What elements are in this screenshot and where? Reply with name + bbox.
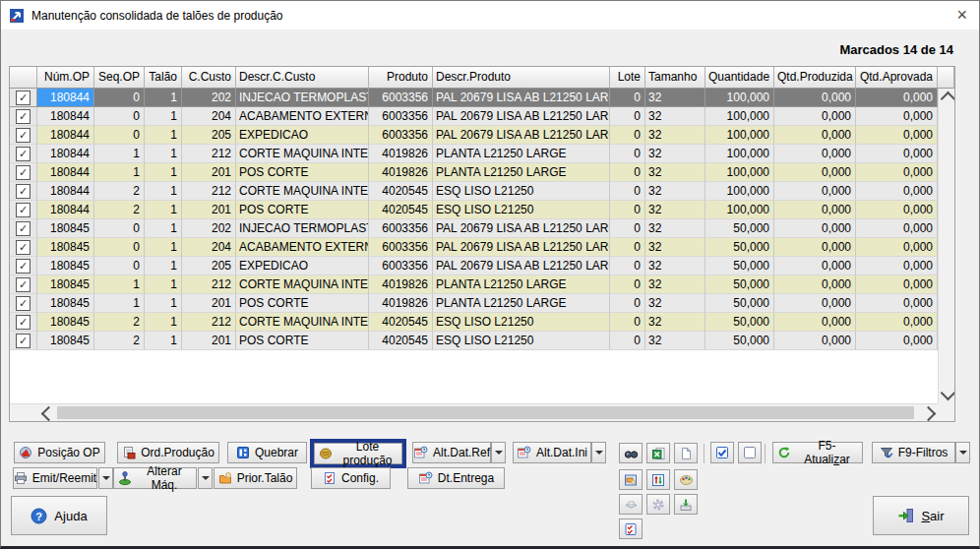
checklist-button[interactable] — [619, 518, 643, 539]
table-row[interactable]: ✓18084401202INJECAO TERMOPLASTICA6003356… — [10, 89, 954, 107]
table-row[interactable]: ✓18084511212CORTE MAQUINA INTERNA4019826… — [10, 275, 954, 294]
row-checkbox[interactable]: ✓ — [16, 296, 31, 311]
prior-talao-button[interactable]: Prior.Talão — [214, 467, 297, 489]
row-checkbox[interactable]: ✓ — [16, 109, 31, 124]
row-checkbox[interactable]: ✓ — [16, 221, 31, 236]
table-row[interactable]: ✓18084401205EXPEDICAO6003356PAL 20679 LI… — [10, 126, 954, 145]
row-checkbox[interactable]: ✓ — [16, 128, 31, 143]
folder-edit-button[interactable] — [619, 469, 643, 490]
alt-dat-ref-dropdown[interactable] — [491, 442, 506, 463]
production-order-icon — [122, 446, 136, 459]
table-row[interactable]: ✓18084501205EXPEDICAO6003356PAL 20679 LI… — [10, 257, 954, 275]
cell-c_custo: 212 — [182, 145, 236, 163]
scroll-left-icon[interactable] — [41, 406, 57, 422]
cell-num_op: 180845 — [37, 219, 94, 238]
emit-reemit-button[interactable]: Emit/Reemit — [13, 467, 97, 489]
row-checkbox[interactable]: ✓ — [16, 184, 31, 199]
cell-qtd_produzida: 0,000 — [774, 294, 856, 313]
alterar-maq-button[interactable]: Alterar Máq. — [113, 467, 197, 489]
alt-dat-ini-dropdown[interactable] — [591, 442, 606, 463]
export-excel-button[interactable] — [646, 443, 670, 463]
cell-talao: 1 — [145, 145, 182, 163]
column-header-c_custo[interactable]: C.Custo — [182, 67, 236, 89]
archive-import-button[interactable] — [674, 494, 698, 515]
cell-tamanho: 32 — [645, 107, 705, 126]
column-header-qtd_produzida[interactable]: Qtd.Produzida — [774, 67, 856, 89]
column-header-lote[interactable]: Lote — [610, 67, 645, 89]
row-checkbox[interactable]: ✓ — [16, 334, 31, 348]
row-checkbox[interactable]: ✓ — [16, 203, 31, 217]
ord-producao-button[interactable]: Ord.Produção — [117, 442, 219, 463]
row-checkbox[interactable]: ✓ — [16, 147, 31, 161]
cell-qtd_aprovada: 0,000 — [856, 163, 938, 182]
table-row[interactable]: ✓18084501204ACABAMENTO EXTERNO6003356PAL… — [10, 238, 954, 257]
scroll-down-icon[interactable] — [941, 386, 955, 401]
config-button[interactable]: Config. — [311, 467, 391, 489]
scroll-up-icon[interactable] — [941, 92, 955, 107]
f9-filtros-dropdown[interactable] — [955, 442, 970, 463]
column-header-produto[interactable]: Produto — [369, 67, 433, 89]
posicao-op-button[interactable]: Posição OP — [14, 442, 105, 463]
row-checkbox[interactable]: ✓ — [16, 240, 31, 255]
f9-filtros-button[interactable]: F9-Filtros — [872, 442, 955, 463]
table-row[interactable]: ✓18084511201POS CORTE4019826PLANTA L2125… — [10, 294, 954, 313]
sair-button[interactable]: Sair — [873, 496, 969, 535]
cell-num_op: 180844 — [37, 182, 94, 201]
sort-columns-button[interactable] — [646, 469, 670, 490]
dt-entrega-button[interactable]: Dt.Entrega — [407, 467, 505, 489]
table-row[interactable]: ✓18084521212CORTE MAQUINA INTERNA4020545… — [10, 313, 954, 332]
column-header-marcado[interactable] — [10, 67, 37, 89]
send-box-button[interactable] — [619, 494, 643, 515]
alterar-maq-dropdown[interactable] — [198, 467, 213, 489]
horizontal-scrollbar[interactable] — [10, 403, 938, 421]
column-header-qtd_aprovada[interactable]: Qtd.Aprovada — [856, 67, 938, 89]
settings-gear-button[interactable] — [646, 494, 670, 515]
cell-c_custo: 201 — [182, 332, 236, 350]
table-row[interactable]: ✓18084401204ACABAMENTO EXTERNO6003356PAL… — [10, 107, 954, 126]
filter-funnel-icon — [880, 446, 893, 459]
column-header-talao[interactable]: Talão — [145, 67, 182, 89]
row-checkbox[interactable]: ✓ — [16, 315, 31, 330]
ajuda-button[interactable]: ? Ajuda — [11, 496, 107, 535]
alt-dat-ref-button[interactable]: Alt.Dat.Ref — [412, 442, 491, 463]
new-document-button[interactable] — [674, 443, 698, 463]
cell-descr_c_custo: INJECAO TERMOPLASTICA — [236, 219, 369, 238]
table-row[interactable]: ✓18084411201POS CORTE4019826PLANTA L2125… — [10, 163, 954, 182]
row-check-cell: ✓ — [10, 201, 37, 219]
column-header-quantidade[interactable]: Quantidade — [705, 67, 774, 89]
uncheck-all-button[interactable] — [738, 442, 762, 463]
cell-num_op: 180844 — [37, 201, 94, 219]
emit-reemit-dropdown[interactable] — [98, 467, 113, 489]
table-row[interactable]: ✓18084411212CORTE MAQUINA INTERNA4019826… — [10, 145, 954, 163]
table-row[interactable]: ✓18084501202INJECAO TERMOPLASTICA6003356… — [10, 219, 954, 238]
calendar-clock-icon — [413, 446, 428, 459]
cell-lote: 0 — [610, 182, 645, 201]
table-row[interactable]: ✓18084421201POS CORTE4020545ESQ LISO L21… — [10, 201, 954, 219]
row-checkbox[interactable]: ✓ — [16, 259, 31, 274]
scroll-right-icon[interactable] — [921, 406, 937, 422]
cell-produto: 6003356 — [369, 89, 433, 107]
horizontal-scroll-thumb[interactable] — [57, 406, 914, 419]
table-row[interactable]: ✓18084521201POS CORTE4020545ESQ LISO L21… — [10, 332, 954, 350]
vertical-scrollbar[interactable] — [938, 89, 954, 403]
column-header-num_op[interactable]: Núm.OP — [37, 67, 94, 89]
window-title: Manutenção consolidada de talões de prod… — [31, 9, 283, 23]
table-row[interactable]: ✓18084421212CORTE MAQUINA INTERNA4020545… — [10, 182, 954, 201]
cell-produto: 4019826 — [369, 163, 433, 182]
column-header-seq_op[interactable]: Seq.OP — [94, 67, 145, 89]
row-checkbox[interactable]: ✓ — [16, 165, 31, 180]
column-header-tamanho[interactable]: Tamanho — [645, 67, 705, 89]
close-icon[interactable]: × — [956, 5, 967, 25]
lote-producao-button[interactable]: Lote produção — [314, 443, 402, 464]
f5-atualizar-button[interactable]: F5-Atualizar — [772, 442, 863, 463]
alt-dat-ini-button[interactable]: Alt.Dat.Ini — [513, 442, 591, 463]
row-checkbox[interactable]: ✓ — [16, 91, 31, 105]
row-checkbox[interactable]: ✓ — [16, 277, 31, 292]
cell-tamanho: 32 — [645, 145, 705, 163]
search-binoculars-button[interactable] — [619, 443, 643, 463]
column-header-descr_produto[interactable]: Descr.Produto — [433, 67, 610, 89]
palette-button[interactable] — [674, 469, 698, 490]
check-all-button[interactable] — [710, 442, 734, 463]
column-header-descr_c_custo[interactable]: Descr.C.Custo — [236, 67, 369, 89]
quebrar-button[interactable]: Quebrar — [227, 442, 307, 463]
